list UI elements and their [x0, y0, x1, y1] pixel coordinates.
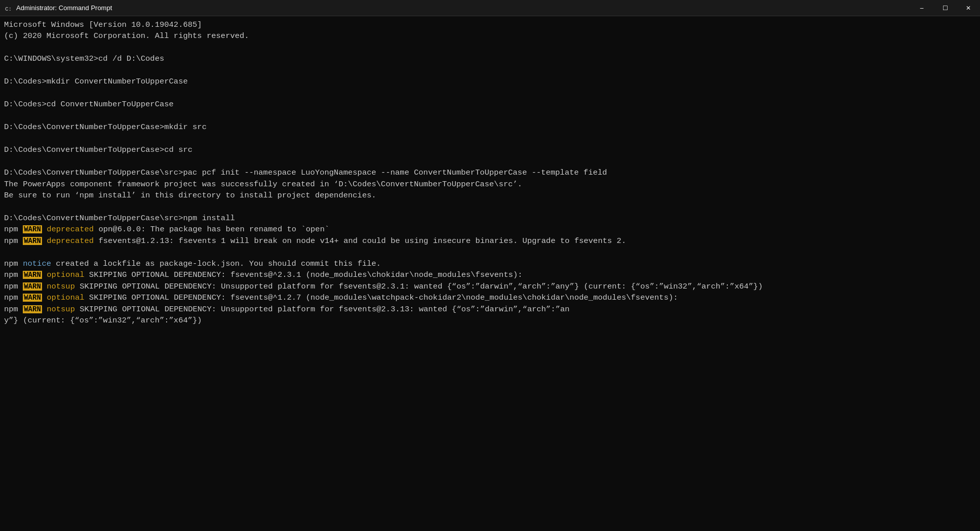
- line-empty1: [4, 42, 976, 53]
- line-msg1: The PowerApps component framework projec…: [4, 179, 976, 190]
- warn-badge-3: WARN: [23, 271, 42, 279]
- line-warn7: y”} (current: {“os”:”win32”,“arch”:”x64”…: [4, 315, 976, 326]
- svg-text:C:: C:: [5, 6, 12, 12]
- line-warn1: npm WARN deprecated opn@6.0.0: The packa…: [4, 224, 976, 235]
- cmd-icon: C:: [4, 4, 12, 12]
- line-empty5: [4, 133, 976, 144]
- warn-badge-1: WARN: [23, 225, 42, 233]
- line-notice1: npm notice created a lockfile as package…: [4, 258, 976, 269]
- close-button[interactable]: ✕: [957, 0, 980, 16]
- line-cmd5: D:\Codes\ConvertNumberToUpperCase>cd src: [4, 144, 976, 155]
- line-warn5: npm WARN optional SKIPPING OPTIONAL DEPE…: [4, 292, 976, 303]
- warn-notsup-1: notsup: [47, 282, 75, 291]
- warn-badge-4: WARN: [23, 282, 42, 291]
- warn-badge-2: WARN: [23, 237, 42, 245]
- minimize-button[interactable]: –: [910, 0, 933, 16]
- warn-optional-1: optional: [47, 270, 84, 279]
- line-empty3: [4, 88, 976, 99]
- line-empty6: [4, 156, 976, 167]
- line-win-version: Microsoft Windows [Version 10.0.19042.68…: [4, 19, 976, 30]
- line-warn4: npm WARN notsup SKIPPING OPTIONAL DEPEND…: [4, 281, 976, 292]
- line-warn3: npm WARN optional SKIPPING OPTIONAL DEPE…: [4, 269, 976, 280]
- line-warn6: npm WARN notsup SKIPPING OPTIONAL DEPEND…: [4, 304, 976, 315]
- title-bar: C: Administrator: Command Prompt – ☐ ✕: [0, 0, 980, 16]
- warn-badge-6: WARN: [23, 305, 42, 313]
- line-msg2: Be sure to run ‘npm install’ in this dir…: [4, 190, 976, 201]
- line-win-copyright: (c) 2020 Microsoft Corporation. All righ…: [4, 30, 976, 42]
- warn-badge-5: WARN: [23, 294, 42, 302]
- line-cmd2: D:\Codes>mkdir ConvertNumberToUpperCase: [4, 76, 976, 87]
- maximize-button[interactable]: ☐: [933, 0, 957, 16]
- title-bar-left: C: Administrator: Command Prompt: [4, 4, 112, 12]
- warn-optional-2: optional: [47, 293, 84, 302]
- line-empty2: [4, 65, 976, 76]
- line-empty4: [4, 110, 976, 121]
- line-cmd7: D:\Codes\ConvertNumberToUpperCase\src>np…: [4, 213, 976, 224]
- window-title: Administrator: Command Prompt: [16, 4, 112, 12]
- line-empty7: [4, 201, 976, 213]
- warn-deprecated-1: deprecated: [47, 225, 94, 234]
- line-cmd6: D:\Codes\ConvertNumberToUpperCase\src>pa…: [4, 167, 976, 178]
- notice-badge-1: notice: [23, 259, 51, 268]
- line-cmd4: D:\Codes\ConvertNumberToUpperCase>mkdir …: [4, 121, 976, 133]
- warn-deprecated-2: deprecated: [47, 236, 94, 246]
- line-warn2: npm WARN deprecated fsevents@1.2.13: fse…: [4, 235, 976, 258]
- warn-notsup-2: notsup: [47, 305, 75, 314]
- cmd-window: C: Administrator: Command Prompt – ☐ ✕ M…: [0, 0, 980, 531]
- window-controls: – ☐ ✕: [910, 0, 980, 16]
- line-cmd3: D:\Codes>cd ConvertNumberToUpperCase: [4, 99, 976, 110]
- line-cmd1: C:\WINDOWS\system32>cd /d D:\Codes: [4, 53, 976, 64]
- terminal-body[interactable]: Microsoft Windows [Version 10.0.19042.68…: [0, 16, 980, 531]
